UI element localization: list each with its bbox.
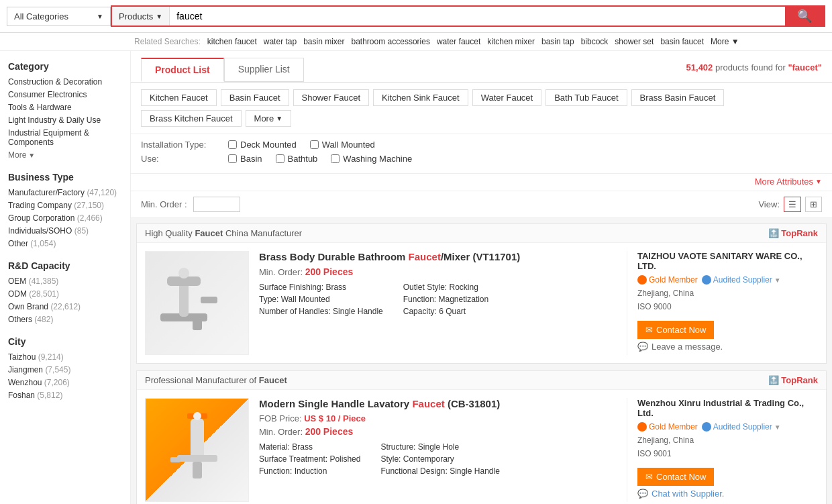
audited-dropdown-1[interactable]: ▼	[774, 276, 781, 284]
tab-product-list[interactable]: Product List	[141, 58, 224, 82]
sidebar-item-industrial[interactable]: Industrial Equipment & Components	[8, 128, 122, 147]
product-image-1[interactable]	[145, 251, 249, 355]
contact-now-button-1[interactable]: ✉ Contact Now	[637, 321, 714, 339]
deck-mounted-option[interactable]: Deck Mounted	[228, 140, 297, 150]
product-title-2[interactable]: Modern Single Handle Lavatory Faucet (CB…	[259, 398, 617, 409]
related-search-item[interactable]: shower set	[615, 37, 654, 46]
sidebar-item-manufacturer[interactable]: Manufacturer/Factory (47,120)	[8, 188, 122, 197]
supplier-name-1[interactable]: TAIZHOU VAOTE SANITARY WARE CO., LTD.	[637, 251, 818, 271]
filter-bath-tub-faucet[interactable]: Bath Tub Faucet	[545, 89, 627, 106]
min-order-row: Min. Order : View: ☰ ⊞	[131, 191, 832, 218]
product-details-2: Material: Brass Surface Treatment: Polis…	[259, 442, 617, 476]
filter-brass-basin-faucet[interactable]: Brass Basin Faucet	[631, 89, 725, 106]
related-search-item[interactable]: basin tap	[541, 37, 574, 46]
related-search-item[interactable]: bathroom accessories	[352, 37, 430, 46]
svg-rect-9	[193, 462, 202, 478]
related-search-item[interactable]: kitchen faucet	[207, 37, 257, 46]
related-search-item[interactable]: kitchen mixer	[487, 37, 535, 46]
view-grid-icon[interactable]: ⊞	[805, 197, 822, 212]
category-title: Category	[8, 61, 122, 72]
sidebar-item-tools[interactable]: Tools & Hardware	[8, 103, 122, 112]
contact-now-button-2[interactable]: ✉ Contact Now	[637, 468, 714, 486]
deck-mounted-checkbox[interactable]	[228, 140, 237, 149]
related-search-item[interactable]: water tap	[264, 37, 297, 46]
product-title-1[interactable]: Brass Body Durable Bathroom Faucet/Mixer…	[259, 251, 617, 262]
sidebar-item-oem[interactable]: OEM (41,385)	[8, 276, 122, 286]
sidebar-item-wenzhou[interactable]: Wenzhou (7,206)	[8, 378, 122, 387]
search-type-chevron: ▼	[156, 13, 162, 20]
related-search-item[interactable]: basin mixer	[303, 37, 344, 46]
tab-supplier-list[interactable]: Supplier List	[224, 58, 304, 82]
more-attributes-label: More Attributes	[755, 177, 813, 187]
related-search-more[interactable]: More ▼	[711, 37, 739, 46]
sidebar-item-taizhou[interactable]: Taizhou (9,214)	[8, 352, 122, 362]
header: All Categories ▼ Products ▼ 🔍	[0, 0, 832, 33]
bathtub-option[interactable]: Bathtub	[276, 154, 318, 164]
bathtub-checkbox[interactable]	[276, 154, 284, 163]
related-search-item[interactable]: bibcock	[581, 37, 609, 46]
basin-checkbox[interactable]	[228, 154, 237, 163]
sidebar-item-trading[interactable]: Trading Company (27,150)	[8, 201, 122, 210]
sidebar-category-more[interactable]: More▼	[8, 150, 122, 160]
supplier-location-1: Zhejiang, China	[637, 289, 818, 298]
city-title: City	[8, 336, 122, 347]
toprank-t-icon-2: 🔝	[768, 375, 779, 385]
sidebar-item-individuals[interactable]: Individuals/SOHO (85)	[8, 226, 122, 236]
product-min-order-2: Min. Order: 200 Pieces	[259, 426, 617, 437]
sidebar-item-light-industry[interactable]: Light Industry & Daily Use	[8, 115, 122, 125]
washing-machine-checkbox[interactable]	[331, 154, 340, 163]
detail-structure-2: Structure: Single Hole	[380, 442, 499, 452]
all-categories-btn[interactable]: All Categories ▼	[7, 7, 111, 26]
view-list-icon[interactable]: ☰	[784, 197, 801, 212]
results-label: products found for	[715, 62, 786, 72]
search-input[interactable]	[170, 7, 785, 26]
wall-mounted-checkbox[interactable]	[310, 140, 319, 149]
filter-more-chevron: ▼	[276, 115, 282, 122]
related-search-item[interactable]: water faucet	[437, 37, 480, 46]
sidebar-item-others[interactable]: Others (482)	[8, 315, 122, 324]
basin-option[interactable]: Basin	[228, 154, 262, 164]
results-count: 51,402 products found for "faucet"	[686, 62, 822, 78]
svg-rect-4	[201, 297, 217, 303]
product-card-body-1: Brass Body Durable Bathroom Faucet/Mixer…	[137, 243, 826, 363]
sidebar-item-own-brand[interactable]: Own Brand (22,612)	[8, 302, 122, 311]
product-image-2[interactable]	[145, 398, 249, 502]
filter-more-button[interactable]: More▼	[246, 110, 292, 127]
min-order-input[interactable]	[193, 197, 240, 212]
results-number: 51,402	[686, 62, 713, 72]
svg-point-3	[178, 268, 189, 279]
sidebar-item-jiangmen[interactable]: Jiangmen (7,545)	[8, 365, 122, 374]
sidebar-item-foshan[interactable]: Foshan (5,812)	[8, 391, 122, 400]
sidebar-item-electronics[interactable]: Consumer Electronics	[8, 90, 122, 99]
filter-shower-faucet[interactable]: Shower Faucet	[293, 89, 369, 106]
search-button[interactable]: 🔍	[785, 7, 824, 26]
sidebar-item-group[interactable]: Group Corporation (2,466)	[8, 213, 122, 223]
wall-mounted-option[interactable]: Wall Mounted	[310, 140, 375, 150]
svg-point-11	[193, 412, 201, 420]
detail-surface-1: Surface Finishing: Brass	[259, 283, 383, 292]
filter-water-faucet[interactable]: Water Faucet	[472, 89, 542, 106]
audited-icon-2	[702, 422, 711, 432]
chat-supplier-btn-2[interactable]: 💬 Chat with Supplier.	[637, 489, 818, 499]
faucet-svg-1	[154, 260, 241, 347]
search-box: Products ▼ 🔍	[111, 5, 825, 27]
filter-kitchen-sink-faucet[interactable]: Kitchen Sink Faucet	[373, 89, 468, 106]
more-attributes-chevron: ▼	[815, 178, 822, 185]
supplier-cert-2: ISO 9001	[637, 449, 818, 458]
audited-dropdown-2[interactable]: ▼	[774, 423, 781, 431]
related-search-item[interactable]: basin faucet	[660, 37, 704, 46]
product-list: High Quality Faucet China Manufacturer 🔝…	[131, 223, 832, 504]
highlight-text-2: Professional Manufacturer of Faucet	[145, 375, 287, 385]
filter-kitchen-faucet[interactable]: Kitchen Faucet	[141, 89, 217, 106]
sidebar-item-odm[interactable]: ODM (28,501)	[8, 289, 122, 299]
supplier-name-2[interactable]: Wenzhou Xinru Industrial & Trading Co., …	[637, 398, 818, 418]
chat-btn-label-2: Chat with Supplier.	[652, 489, 724, 499]
more-attributes-row[interactable]: More Attributes ▼	[131, 174, 832, 191]
sidebar-item-construction[interactable]: Construction & Decoration	[8, 77, 122, 87]
sidebar-item-other[interactable]: Other (1,054)	[8, 239, 122, 248]
leave-message-btn-1[interactable]: 💬 Leave a message.	[637, 342, 818, 352]
filter-basin-faucet[interactable]: Basin Faucet	[221, 89, 289, 106]
search-type-selector[interactable]: Products ▼	[112, 7, 170, 26]
filter-brass-kitchen-faucet[interactable]: Brass Kitchen Faucet	[141, 110, 242, 127]
washing-machine-option[interactable]: Washing Machine	[331, 154, 412, 164]
